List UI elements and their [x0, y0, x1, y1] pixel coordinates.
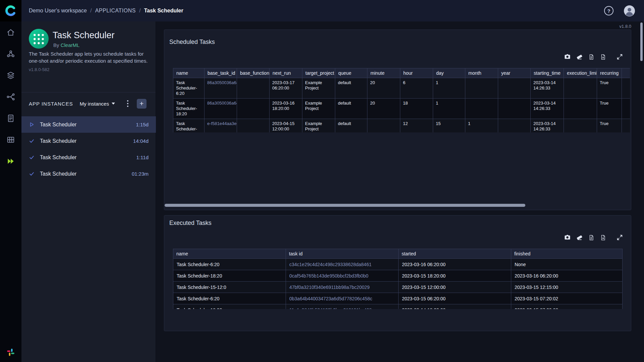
download-csv-icon[interactable] — [588, 235, 594, 241]
table-cell — [622, 78, 630, 99]
task-id-cell[interactable]: 0b3a64b440034723a6d5d778206c458c — [286, 293, 399, 304]
table-cell — [564, 78, 597, 99]
horizontal-scrollbar[interactable] — [165, 204, 525, 207]
eraser-icon[interactable] — [576, 54, 583, 60]
byline-prefix: By — [53, 42, 59, 48]
app-version-label: v1.8.0 — [164, 24, 631, 29]
maximize-icon[interactable] — [617, 234, 623, 241]
task-id-cell[interactable]: e-f581e44aa3ee — [204, 119, 237, 133]
table-cell: default — [335, 78, 367, 99]
task-id-cell[interactable]: 47bf0a3210f340e6911bb98a7bc20029 — [286, 282, 399, 293]
table-cell: 18 — [400, 99, 433, 119]
add-instance-button[interactable] — [137, 99, 147, 109]
table-cell — [564, 99, 597, 119]
table-cell: 2023-04-15 12:00:00 — [270, 119, 302, 133]
task-id-cell[interactable]: 11a1c9846b534193b0bec213191bc438 — [286, 304, 399, 309]
workers-queues-icon[interactable] — [6, 135, 15, 144]
instances-filter-dropdown[interactable]: My instances — [80, 101, 115, 107]
widget-toolbar — [564, 54, 623, 60]
page-scrollbar[interactable] — [640, 22, 643, 61]
table-cell: Task Scheduler-18:20 — [173, 304, 286, 309]
breadcrumb-workspace[interactable]: Demo User's workspace — [29, 8, 87, 14]
instances-header: APP INSTANCES — [29, 101, 73, 107]
table-cell — [622, 99, 630, 119]
table-cell: 15 — [433, 119, 465, 133]
datasets-icon[interactable] — [6, 71, 15, 80]
instance-elapsed-time: 1:15d — [136, 122, 149, 127]
table-row: Task Scheduler-6:20c34c1e29c4d24c498c293… — [173, 259, 623, 270]
app-package-version: v1.8.0-582 — [29, 67, 49, 72]
breadcrumb: Demo User's workspace / APPLICATIONS / T… — [29, 7, 183, 14]
table-cell: 2023-03-14 14:26:33 — [531, 119, 564, 133]
eraser-icon[interactable] — [576, 234, 583, 241]
kebab-menu-icon[interactable] — [124, 99, 131, 108]
clearml-logo-icon[interactable] — [0, 0, 21, 21]
table-cell: 2023-03-17 06:20:00 — [270, 78, 302, 99]
column-header: recurring — [597, 68, 622, 78]
table-cell: 2023-03-15 18:20:00 — [399, 270, 511, 282]
table-cell: Task Scheduler-18:20 — [173, 270, 286, 282]
instance-row[interactable]: Task Scheduler1:15d — [21, 116, 156, 133]
instance-row[interactable]: Task Scheduler14:04d — [21, 133, 156, 149]
table-cell — [237, 78, 270, 99]
task-id-cell[interactable]: 86a3050036a64 — [204, 99, 237, 119]
column-header: name — [173, 249, 286, 259]
executed-tasks-table-container: nametask idstartedfinishedTask Scheduler… — [173, 249, 623, 309]
instance-elapsed-time: 1:11d — [136, 155, 149, 160]
table-cell: 2023-03-16 06:20:00 — [511, 270, 623, 282]
column-header: name — [173, 68, 204, 78]
column-header: next_run — [270, 68, 302, 78]
app-byline: By ClearML — [53, 42, 79, 48]
column-header: starting_time — [531, 68, 564, 78]
task-id-cell[interactable]: 86a3050036a64 — [204, 78, 237, 99]
camera-icon[interactable] — [564, 54, 571, 60]
download-file-icon[interactable] — [600, 54, 606, 60]
column-header: execution_limit_hours — [564, 68, 597, 78]
home-icon[interactable] — [6, 28, 15, 37]
camera-icon[interactable] — [564, 234, 571, 241]
table-cell: Task Scheduler-6:20 — [173, 259, 286, 270]
task-scheduler-app-icon — [29, 29, 49, 49]
app-side-panel: Task Scheduler By ClearML The Task Sched… — [21, 21, 156, 362]
instance-label: Task Scheduler — [40, 171, 76, 177]
slack-icon[interactable] — [6, 348, 15, 357]
download-csv-icon[interactable] — [588, 54, 594, 60]
avatar[interactable] — [624, 5, 635, 17]
projects-icon[interactable] — [6, 50, 15, 58]
scrollbar-track — [165, 204, 631, 207]
table-cell: 2023-03-16 18:20:00 — [270, 99, 302, 119]
instance-row[interactable]: Task Scheduler1:11d — [21, 149, 156, 166]
breadcrumb-separator: / — [139, 7, 141, 14]
column-header: task id — [286, 249, 399, 259]
reports-icon[interactable] — [6, 114, 15, 123]
instance-row[interactable]: Task Scheduler01:23m — [21, 166, 156, 182]
pipelines-icon[interactable] — [6, 93, 15, 101]
instance-label: Task Scheduler — [40, 138, 76, 144]
table-cell: 2023-03-15 12:00:00 — [399, 282, 511, 293]
task-id-cell[interactable]: 0caf54b765b143de950bbcf2bd3fb0b0 — [286, 270, 399, 282]
breadcrumb-applications[interactable]: APPLICATIONS — [95, 8, 136, 14]
download-file-icon[interactable] — [600, 235, 606, 241]
breadcrumb-separator: / — [90, 7, 92, 14]
instance-list: Task Scheduler1:15dTask Scheduler14:04dT… — [21, 116, 156, 182]
maximize-icon[interactable] — [617, 54, 623, 60]
table-cell — [564, 119, 597, 133]
table-cell — [465, 99, 498, 119]
widget-toolbar — [564, 234, 623, 241]
breadcrumb-current: Task Scheduler — [144, 8, 183, 14]
scheduled-tasks-title: Scheduled Tasks — [169, 39, 215, 46]
instances-filter-label: My instances — [80, 101, 109, 107]
scheduled-tasks-table: namebase_task_idbase_functionnext_runtar… — [173, 68, 630, 132]
byline-brand-link[interactable]: ClearML — [61, 42, 80, 48]
help-icon[interactable] — [604, 6, 613, 15]
check-icon — [29, 171, 36, 177]
column-header: finished — [511, 249, 623, 259]
table-cell: 2023-03-14 14:26:33 — [531, 78, 564, 99]
executed-tasks-title: Executed Tasks — [169, 220, 212, 227]
table-cell: 2023-03-15 07:20:02 — [511, 293, 623, 304]
table-cell: 6 — [400, 78, 433, 99]
instance-label: Task Scheduler — [40, 155, 76, 161]
applications-icon[interactable] — [6, 157, 15, 166]
table-cell: Example Project — [302, 119, 335, 133]
task-id-cell[interactable]: c34c1e29c4d24c498c29338628da8461 — [286, 259, 399, 270]
